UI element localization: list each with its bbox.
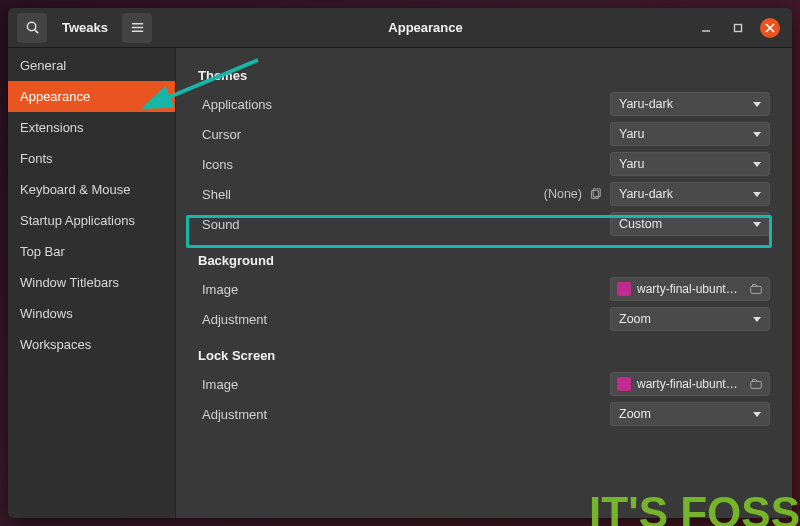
label-cursor: Cursor (198, 127, 398, 142)
combo-cursor-value: Yaru (619, 127, 644, 141)
combo-sound-value: Custom (619, 217, 662, 231)
hamburger-icon (130, 20, 145, 35)
maximize-icon (732, 22, 744, 34)
row-applications: Applications Yaru-dark (198, 89, 770, 119)
combo-bg-adjustment-value: Zoom (619, 312, 651, 326)
search-button[interactable] (17, 13, 47, 43)
titlebar: Tweaks Appearance (8, 8, 792, 48)
sidebar-item-fonts[interactable]: Fonts (8, 143, 175, 174)
section-heading-lockscreen: Lock Screen (198, 348, 770, 363)
row-sound: Sound Custom (198, 209, 770, 239)
chevron-down-icon (753, 192, 761, 197)
sidebar: General Appearance Extensions Fonts Keyb… (8, 48, 176, 518)
app-name: Tweaks (62, 20, 108, 35)
chevron-down-icon (753, 412, 761, 417)
close-icon (765, 23, 775, 33)
search-icon (25, 20, 40, 35)
label-sound: Sound (198, 217, 398, 232)
sidebar-item-general[interactable]: General (8, 50, 175, 81)
image-thumbnail-icon (617, 377, 631, 391)
combo-ls-adjustment[interactable]: Zoom (610, 402, 770, 426)
svg-line-1 (34, 30, 37, 33)
image-thumbnail-icon (617, 282, 631, 296)
window-body: General Appearance Extensions Fonts Keyb… (8, 48, 792, 518)
label-bg-image: Image (198, 282, 398, 297)
chevron-down-icon (753, 317, 761, 322)
row-ls-image: Image warty-final-ubuntu.png (198, 369, 770, 399)
label-ls-image: Image (198, 377, 398, 392)
chevron-down-icon (753, 132, 761, 137)
combo-icons-value: Yaru (619, 157, 644, 171)
chevron-down-icon (753, 102, 761, 107)
svg-point-0 (27, 22, 35, 30)
filechooser-ls-image[interactable]: warty-final-ubuntu.png (610, 372, 770, 396)
watermark-text: IT'S FOSS (589, 488, 800, 526)
sidebar-item-windows[interactable]: Windows (8, 298, 175, 329)
svg-rect-5 (593, 189, 600, 197)
bg-image-filename: warty-final-ubuntu.png (637, 282, 743, 296)
combo-cursor[interactable]: Yaru (610, 122, 770, 146)
combo-applications-value: Yaru-dark (619, 97, 673, 111)
minimize-button[interactable] (696, 18, 716, 38)
label-icons: Icons (198, 157, 398, 172)
sidebar-item-keyboard-mouse[interactable]: Keyboard & Mouse (8, 174, 175, 205)
row-bg-image: Image warty-final-ubuntu.png (198, 274, 770, 304)
combo-applications[interactable]: Yaru-dark (610, 92, 770, 116)
svg-rect-7 (751, 381, 762, 388)
sidebar-item-extensions[interactable]: Extensions (8, 112, 175, 143)
svg-rect-3 (735, 24, 742, 31)
copy-icon[interactable] (588, 187, 602, 201)
content-panel: Themes Applications Yaru-dark Cursor Yar… (176, 48, 792, 518)
sidebar-item-startup-applications[interactable]: Startup Applications (8, 205, 175, 236)
open-file-icon (749, 282, 763, 296)
close-button[interactable] (760, 18, 780, 38)
page-title: Appearance (155, 20, 696, 35)
window-controls (696, 18, 780, 38)
row-shell: Shell (None) Yaru-dark (198, 179, 770, 209)
open-file-icon (749, 377, 763, 391)
menu-button[interactable] (122, 13, 152, 43)
combo-icons[interactable]: Yaru (610, 152, 770, 176)
chevron-down-icon (753, 162, 761, 167)
combo-sound[interactable]: Custom (610, 212, 770, 236)
row-icons: Icons Yaru (198, 149, 770, 179)
chevron-down-icon (753, 222, 761, 227)
combo-shell-value: Yaru-dark (619, 187, 673, 201)
combo-shell[interactable]: Yaru-dark (610, 182, 770, 206)
combo-bg-adjustment[interactable]: Zoom (610, 307, 770, 331)
sidebar-item-workspaces[interactable]: Workspaces (8, 329, 175, 360)
sidebar-item-appearance[interactable]: Appearance (8, 81, 175, 112)
minimize-icon (700, 22, 712, 34)
shell-extra-text: (None) (544, 187, 582, 201)
svg-rect-4 (592, 191, 599, 199)
filechooser-bg-image[interactable]: warty-final-ubuntu.png (610, 277, 770, 301)
row-ls-adjustment: Adjustment Zoom (198, 399, 770, 429)
label-shell: Shell (198, 187, 398, 202)
label-ls-adjustment: Adjustment (198, 407, 398, 422)
svg-rect-6 (751, 286, 762, 293)
maximize-button[interactable] (728, 18, 748, 38)
section-heading-background: Background (198, 253, 770, 268)
ls-image-filename: warty-final-ubuntu.png (637, 377, 743, 391)
row-cursor: Cursor Yaru (198, 119, 770, 149)
row-bg-adjustment: Adjustment Zoom (198, 304, 770, 334)
label-applications: Applications (198, 97, 398, 112)
sidebar-item-window-titlebars[interactable]: Window Titlebars (8, 267, 175, 298)
label-bg-adjustment: Adjustment (198, 312, 398, 327)
sidebar-item-top-bar[interactable]: Top Bar (8, 236, 175, 267)
tweaks-window: Tweaks Appearance General Appearance Ext… (8, 8, 792, 518)
section-heading-themes: Themes (198, 68, 770, 83)
combo-ls-adjustment-value: Zoom (619, 407, 651, 421)
